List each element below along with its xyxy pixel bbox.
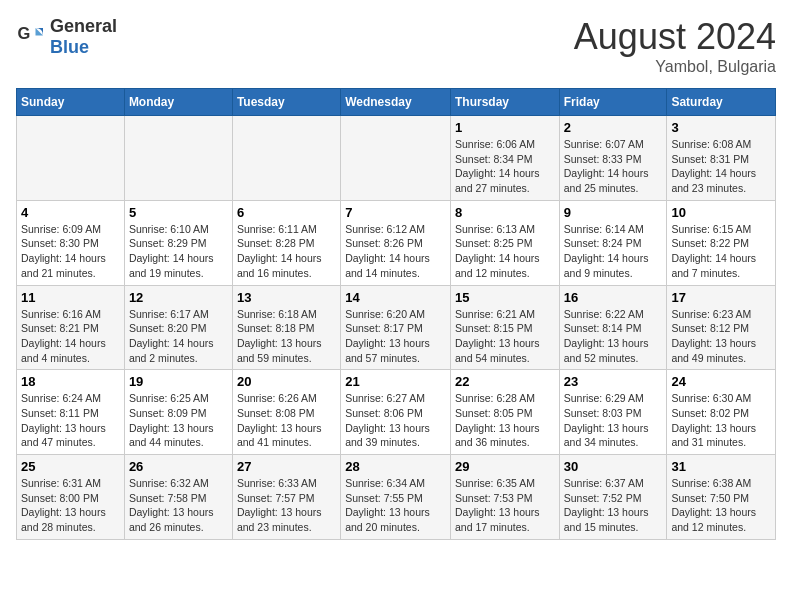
calendar-cell: 31Sunrise: 6:38 AM Sunset: 7:50 PM Dayli… <box>667 455 776 540</box>
logo-text: General Blue <box>50 16 117 58</box>
calendar-cell: 26Sunrise: 6:32 AM Sunset: 7:58 PM Dayli… <box>124 455 232 540</box>
day-number: 4 <box>21 205 120 220</box>
day-info: Sunrise: 6:26 AM Sunset: 8:08 PM Dayligh… <box>237 391 336 450</box>
day-number: 15 <box>455 290 555 305</box>
day-info: Sunrise: 6:06 AM Sunset: 8:34 PM Dayligh… <box>455 137 555 196</box>
day-info: Sunrise: 6:33 AM Sunset: 7:57 PM Dayligh… <box>237 476 336 535</box>
day-info: Sunrise: 6:09 AM Sunset: 8:30 PM Dayligh… <box>21 222 120 281</box>
day-info: Sunrise: 6:18 AM Sunset: 8:18 PM Dayligh… <box>237 307 336 366</box>
calendar-cell: 18Sunrise: 6:24 AM Sunset: 8:11 PM Dayli… <box>17 370 125 455</box>
day-info: Sunrise: 6:35 AM Sunset: 7:53 PM Dayligh… <box>455 476 555 535</box>
calendar-cell: 5Sunrise: 6:10 AM Sunset: 8:29 PM Daylig… <box>124 200 232 285</box>
day-info: Sunrise: 6:07 AM Sunset: 8:33 PM Dayligh… <box>564 137 663 196</box>
week-row-1: 1Sunrise: 6:06 AM Sunset: 8:34 PM Daylig… <box>17 116 776 201</box>
day-info: Sunrise: 6:22 AM Sunset: 8:14 PM Dayligh… <box>564 307 663 366</box>
week-row-3: 11Sunrise: 6:16 AM Sunset: 8:21 PM Dayli… <box>17 285 776 370</box>
day-number: 29 <box>455 459 555 474</box>
calendar-cell: 8Sunrise: 6:13 AM Sunset: 8:25 PM Daylig… <box>450 200 559 285</box>
calendar-cell: 27Sunrise: 6:33 AM Sunset: 7:57 PM Dayli… <box>232 455 340 540</box>
day-number: 21 <box>345 374 446 389</box>
week-row-4: 18Sunrise: 6:24 AM Sunset: 8:11 PM Dayli… <box>17 370 776 455</box>
day-number: 18 <box>21 374 120 389</box>
calendar-cell <box>17 116 125 201</box>
day-number: 27 <box>237 459 336 474</box>
header-day-saturday: Saturday <box>667 89 776 116</box>
day-info: Sunrise: 6:16 AM Sunset: 8:21 PM Dayligh… <box>21 307 120 366</box>
calendar-cell: 3Sunrise: 6:08 AM Sunset: 8:31 PM Daylig… <box>667 116 776 201</box>
svg-text:G: G <box>18 24 31 42</box>
day-info: Sunrise: 6:37 AM Sunset: 7:52 PM Dayligh… <box>564 476 663 535</box>
logo: G General Blue <box>16 16 117 58</box>
calendar-cell: 19Sunrise: 6:25 AM Sunset: 8:09 PM Dayli… <box>124 370 232 455</box>
day-number: 2 <box>564 120 663 135</box>
day-number: 30 <box>564 459 663 474</box>
day-info: Sunrise: 6:21 AM Sunset: 8:15 PM Dayligh… <box>455 307 555 366</box>
calendar-cell: 9Sunrise: 6:14 AM Sunset: 8:24 PM Daylig… <box>559 200 667 285</box>
day-info: Sunrise: 6:17 AM Sunset: 8:20 PM Dayligh… <box>129 307 228 366</box>
day-info: Sunrise: 6:15 AM Sunset: 8:22 PM Dayligh… <box>671 222 771 281</box>
day-number: 22 <box>455 374 555 389</box>
day-info: Sunrise: 6:28 AM Sunset: 8:05 PM Dayligh… <box>455 391 555 450</box>
day-number: 12 <box>129 290 228 305</box>
day-number: 14 <box>345 290 446 305</box>
day-number: 26 <box>129 459 228 474</box>
calendar-cell: 12Sunrise: 6:17 AM Sunset: 8:20 PM Dayli… <box>124 285 232 370</box>
day-info: Sunrise: 6:27 AM Sunset: 8:06 PM Dayligh… <box>345 391 446 450</box>
header-day-monday: Monday <box>124 89 232 116</box>
day-number: 11 <box>21 290 120 305</box>
calendar-cell: 29Sunrise: 6:35 AM Sunset: 7:53 PM Dayli… <box>450 455 559 540</box>
calendar-cell: 7Sunrise: 6:12 AM Sunset: 8:26 PM Daylig… <box>341 200 451 285</box>
calendar-table: SundayMondayTuesdayWednesdayThursdayFrid… <box>16 88 776 540</box>
calendar-cell: 22Sunrise: 6:28 AM Sunset: 8:05 PM Dayli… <box>450 370 559 455</box>
day-number: 9 <box>564 205 663 220</box>
day-info: Sunrise: 6:32 AM Sunset: 7:58 PM Dayligh… <box>129 476 228 535</box>
calendar-cell: 16Sunrise: 6:22 AM Sunset: 8:14 PM Dayli… <box>559 285 667 370</box>
calendar-cell: 10Sunrise: 6:15 AM Sunset: 8:22 PM Dayli… <box>667 200 776 285</box>
day-number: 16 <box>564 290 663 305</box>
day-number: 24 <box>671 374 771 389</box>
day-info: Sunrise: 6:25 AM Sunset: 8:09 PM Dayligh… <box>129 391 228 450</box>
header-day-wednesday: Wednesday <box>341 89 451 116</box>
calendar-cell: 25Sunrise: 6:31 AM Sunset: 8:00 PM Dayli… <box>17 455 125 540</box>
day-number: 3 <box>671 120 771 135</box>
page-header: G General Blue August 2024 Yambol, Bulga… <box>16 16 776 76</box>
day-number: 13 <box>237 290 336 305</box>
calendar-cell <box>341 116 451 201</box>
day-info: Sunrise: 6:34 AM Sunset: 7:55 PM Dayligh… <box>345 476 446 535</box>
day-info: Sunrise: 6:29 AM Sunset: 8:03 PM Dayligh… <box>564 391 663 450</box>
day-info: Sunrise: 6:12 AM Sunset: 8:26 PM Dayligh… <box>345 222 446 281</box>
calendar-cell: 20Sunrise: 6:26 AM Sunset: 8:08 PM Dayli… <box>232 370 340 455</box>
calendar-cell: 2Sunrise: 6:07 AM Sunset: 8:33 PM Daylig… <box>559 116 667 201</box>
header-day-friday: Friday <box>559 89 667 116</box>
calendar-cell: 13Sunrise: 6:18 AM Sunset: 8:18 PM Dayli… <box>232 285 340 370</box>
day-info: Sunrise: 6:20 AM Sunset: 8:17 PM Dayligh… <box>345 307 446 366</box>
day-info: Sunrise: 6:23 AM Sunset: 8:12 PM Dayligh… <box>671 307 771 366</box>
header-row: SundayMondayTuesdayWednesdayThursdayFrid… <box>17 89 776 116</box>
logo-icon: G <box>16 22 46 52</box>
calendar-cell: 21Sunrise: 6:27 AM Sunset: 8:06 PM Dayli… <box>341 370 451 455</box>
day-number: 1 <box>455 120 555 135</box>
day-info: Sunrise: 6:38 AM Sunset: 7:50 PM Dayligh… <box>671 476 771 535</box>
calendar-cell <box>124 116 232 201</box>
calendar-cell: 30Sunrise: 6:37 AM Sunset: 7:52 PM Dayli… <box>559 455 667 540</box>
calendar-cell: 4Sunrise: 6:09 AM Sunset: 8:30 PM Daylig… <box>17 200 125 285</box>
logo-general: General <box>50 16 117 36</box>
calendar-cell: 17Sunrise: 6:23 AM Sunset: 8:12 PM Dayli… <box>667 285 776 370</box>
day-number: 8 <box>455 205 555 220</box>
day-number: 5 <box>129 205 228 220</box>
day-number: 23 <box>564 374 663 389</box>
calendar-cell: 15Sunrise: 6:21 AM Sunset: 8:15 PM Dayli… <box>450 285 559 370</box>
day-number: 19 <box>129 374 228 389</box>
week-row-2: 4Sunrise: 6:09 AM Sunset: 8:30 PM Daylig… <box>17 200 776 285</box>
calendar-cell: 24Sunrise: 6:30 AM Sunset: 8:02 PM Dayli… <box>667 370 776 455</box>
day-info: Sunrise: 6:08 AM Sunset: 8:31 PM Dayligh… <box>671 137 771 196</box>
day-number: 10 <box>671 205 771 220</box>
calendar-cell <box>232 116 340 201</box>
subtitle: Yambol, Bulgaria <box>574 58 776 76</box>
header-day-sunday: Sunday <box>17 89 125 116</box>
day-number: 25 <box>21 459 120 474</box>
calendar-cell: 11Sunrise: 6:16 AM Sunset: 8:21 PM Dayli… <box>17 285 125 370</box>
main-title: August 2024 <box>574 16 776 58</box>
calendar-cell: 23Sunrise: 6:29 AM Sunset: 8:03 PM Dayli… <box>559 370 667 455</box>
day-number: 28 <box>345 459 446 474</box>
